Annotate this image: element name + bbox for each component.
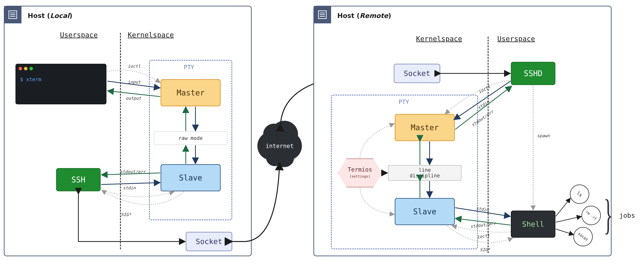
local-pty-label: PTY xyxy=(184,64,194,71)
remote-master: Master xyxy=(395,114,455,141)
maximize-icon xyxy=(30,67,33,70)
title-suffix: ) xyxy=(388,12,391,19)
local-socket: Socket xyxy=(186,232,232,251)
remote-pty-label: PTY xyxy=(399,99,409,105)
remote-line-discipline: line discipline xyxy=(388,165,462,181)
label-sig: SIG* xyxy=(121,212,131,217)
termios-sub: (settings) xyxy=(350,174,370,178)
remote-termios: Termios (settings) xyxy=(338,158,382,187)
remote-sshd: SSHD xyxy=(511,62,555,85)
terminal-command: $ xterm xyxy=(20,77,42,82)
host-remote-title: Host (Remote) xyxy=(337,12,391,19)
local-kernelspace-label: Kernelspace xyxy=(128,31,174,39)
local-master: Master xyxy=(160,79,220,106)
remote-userspace-label: Userspace xyxy=(497,35,535,43)
local-userspace-label: Userspace xyxy=(60,31,98,39)
server-icon xyxy=(4,6,22,23)
r-label-spawn: spawn xyxy=(537,133,550,138)
label-input: input xyxy=(128,80,140,84)
label-output: output xyxy=(126,96,141,101)
title-prefix: Host ( xyxy=(337,12,360,19)
internet-cloud: internet xyxy=(257,131,302,160)
termios-title: Termios xyxy=(348,166,372,173)
title-em: Local xyxy=(50,12,70,19)
label-ioctl: ioctl xyxy=(128,64,140,69)
remote-socket: Socket xyxy=(394,64,440,83)
host-local-title: Host (Local) xyxy=(28,12,72,19)
remote-slave: Slave xyxy=(395,198,455,225)
title-suffix: ) xyxy=(69,12,72,19)
local-slave: Slave xyxy=(160,164,220,191)
title-prefix: Host ( xyxy=(28,12,50,19)
minimize-icon xyxy=(24,67,28,70)
remote-kernelspace-label: Kernelspace xyxy=(416,35,462,43)
window-controls xyxy=(18,67,33,70)
terminal: $ xterm xyxy=(16,64,106,104)
jobs-label: jobs xyxy=(619,212,635,219)
server-icon xyxy=(314,6,331,23)
remote-shell: Shell xyxy=(511,211,555,238)
jobs-brace: } xyxy=(604,193,613,236)
cloud-label: internet xyxy=(266,142,294,149)
local-ssh: SSH xyxy=(56,168,100,191)
close-icon xyxy=(18,67,22,70)
title-em: Remote xyxy=(360,12,388,19)
remote-divider xyxy=(488,37,488,253)
r-label-sig: SIG* xyxy=(480,247,490,252)
local-raw-mode: raw mode xyxy=(154,131,227,145)
label-stdouterr: stdout/err xyxy=(120,169,146,174)
label-stdin: stdin xyxy=(123,185,136,190)
